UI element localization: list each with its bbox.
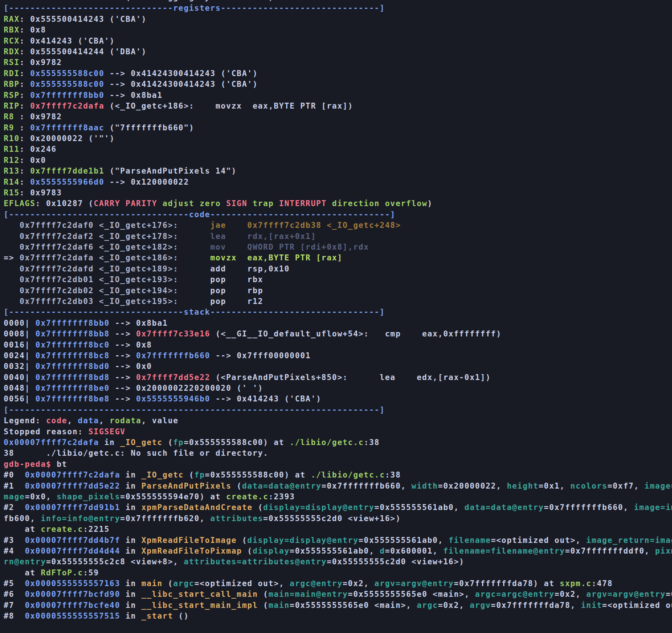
section-header-code: [----------------------------------code-… [4, 209, 672, 220]
code-line: 0x7ffff7c2db03 <_IO_getc+195>: pop r12 [4, 296, 672, 307]
register-rax: RAX: 0x555500414243 ('CBA') [4, 14, 672, 25]
register-r14: R14: 0x5555555966d0 --> 0x120000022 [4, 177, 672, 188]
code-line: 0x7ffff7c2daf6 <_IO_getc+182>: mov QWORD… [4, 242, 672, 253]
section-header-stack: [---------------------------------stack-… [4, 307, 672, 318]
stack-row-0008: 0008| 0x7fffffff8bb8 --> 0x7ffff7c33e16 … [4, 329, 672, 339]
backtrace-frame-4-at: at RdFToP.c:59 [4, 568, 672, 578]
backtrace-frame-1-wrap: mage=0x0, shape_pixels=0x555555594e70) a… [4, 492, 672, 502]
register-rsi: RSI: 0x9782 [4, 57, 672, 68]
register-r15: R15: 0x9783 [4, 188, 672, 198]
register-r13: R13: 0x7ffff7dde1b1 ("ParseAndPutPixels … [4, 166, 672, 177]
backtrace-frame-3: #3 0x00007ffff7dd4b7f in XpmReadFileToIm… [4, 535, 672, 546]
code-line: 0x7ffff7c2daf2 <_IO_getc+178>: lea rdx,[… [4, 231, 672, 242]
terminal-screen: (No debugging symbols found)[-----------… [0, 0, 672, 633]
register-r9: R9 : 0x7fffffff8aac ("7fffffffb660") [4, 123, 672, 133]
register-rbx: RBX: 0x8 [4, 25, 672, 35]
register-rdi: RDI: 0x555555588c00 --> 0x41424300414243… [4, 68, 672, 79]
register-r10: R10: 0x20000022 ('"') [4, 133, 672, 144]
backtrace-frame-7: #7 0x00007ffff7bcfe40 in __libc_start_ma… [4, 600, 672, 611]
backtrace-frame-1: #1 0x00007ffff7dd5e22 in ParseAndPutPixe… [4, 481, 672, 492]
section-header-registers: [-------------------------------register… [4, 3, 672, 14]
backtrace-frame-4: #4 0x00007ffff7dd4d44 in XpmReadFileToPi… [4, 546, 672, 557]
backtrace-frame-2-at: at create.c:2215 [4, 524, 672, 535]
section-footer: [---------------------------------------… [4, 405, 672, 415]
backtrace-frame-6: #6 0x00007ffff7bcfd90 in __libc_start_ca… [4, 589, 672, 600]
code-line: 0x7ffff7c2db02 <_IO_getc+194>: pop rbp [4, 285, 672, 296]
stack-row-0032: 0032| 0x7fffffff8bd0 --> 0x0 [4, 361, 672, 372]
register-rsp: RSP: 0x7fffffff8bb0 --> 0x8ba1 [4, 90, 672, 101]
code-line: 0x7ffff7c2dafd <_IO_getc+189>: add rsp,0… [4, 264, 672, 274]
backtrace-frame-5: #5 0x0000555555557163 in main (argc=<opt… [4, 578, 672, 589]
register-rdx: RDX: 0x555500414244 ('DBA') [4, 47, 672, 57]
code-line: 0x7ffff7c2db01 <_IO_getc+193>: pop rbx [4, 274, 672, 285]
stack-row-0056: 0056| 0x7fffffff8be8 --> 0x5555555946b0 … [4, 394, 672, 404]
stack-row-0040: 0040| 0x7fffffff8bd8 --> 0x7ffff7dd5e22 … [4, 372, 672, 383]
stack-row-0024: 0024| 0x7fffffff8bc8 --> 0x7fffffffb660 … [4, 350, 672, 361]
register-r12: R12: 0x0 [4, 155, 672, 166]
stack-row-0016: 0016| 0x7fffffff8bc0 --> 0x8 [4, 340, 672, 350]
backtrace-frame-0: #0 0x00007ffff7c2dafa in _IO_getc (fp=0x… [4, 470, 672, 480]
terminal-output: (No debugging symbols found)[-----------… [0, 0, 672, 622]
register-rbp: RBP: 0x555555588c00 --> 0x41424300414243… [4, 79, 672, 90]
stack-row-0000: 0000| 0x7fffffff8bb0 --> 0x8ba1 [4, 318, 672, 329]
register-eflags: EFLAGS: 0x10287 (CARRY PARITY adjust zer… [4, 198, 672, 209]
backtrace-frame-8: #8 0x0000555555557515 in _start () [4, 611, 672, 622]
backtrace-frame-2-wrap: fb600, info=info@entry=0x7fffffffb620, a… [4, 513, 672, 524]
source-missing-line: 38 ./libio/getc.c: No such file or direc… [4, 448, 672, 459]
register-rcx: RCX: 0x414243 ('CBA') [4, 36, 672, 47]
crash-location-line: 0x00007ffff7c2dafa in _IO_getc (fp=0x555… [4, 437, 672, 448]
clipped-previous-line: (No debugging symbols found) [4, 0, 672, 3]
code-line-current: => 0x7ffff7c2dafa <_IO_getc+186>: movzx … [4, 253, 672, 263]
legend-line: Legend: code, data, rodata, value [4, 415, 672, 426]
code-line: 0x7ffff7c2daf0 <_IO_getc+176>: jae 0x7ff… [4, 220, 672, 231]
prompt-line: gdb-peda$ bt [4, 459, 672, 470]
backtrace-frame-4-wrap: rn@entry=0x55555555c2c8 <view+8>, attrib… [4, 557, 672, 567]
register-rip: RIP: 0x7ffff7c2dafa (<_IO_getc+186>: mov… [4, 101, 672, 112]
register-r8: R8 : 0x9782 [4, 112, 672, 122]
register-r11: R11: 0x246 [4, 144, 672, 155]
stack-row-0048: 0048| 0x7fffffff8be0 --> 0x2000002220200… [4, 383, 672, 394]
backtrace-frame-2: #2 0x00007ffff7dd91b1 in xpmParseDataAnd… [4, 502, 672, 513]
stopped-reason-line: Stopped reason: SIGSEGV [4, 427, 672, 437]
